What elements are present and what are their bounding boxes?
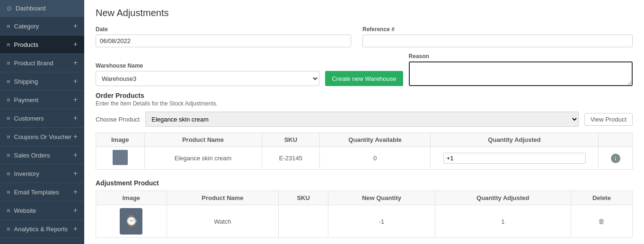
sidebar-plus-payment[interactable]: + <box>73 96 78 104</box>
sidebar-label-product-brand: Product Brand <box>14 60 53 67</box>
order-row-product-name: Elegance skin cream <box>144 147 262 170</box>
sidebar-item-sales-orders[interactable]: ≡ Sales Orders + <box>0 146 84 165</box>
sidebar-label-category: Category <box>14 23 39 30</box>
adj-row-image: ⌚ <box>96 205 167 238</box>
sidebar-label-shipping: Shipping <box>14 78 38 85</box>
adj-col-new-qty: New Quantity <box>328 191 435 205</box>
reference-label: Reference # <box>362 26 633 33</box>
view-product-button[interactable]: View Product <box>584 113 633 126</box>
col-qty-available: Quantity Available <box>320 133 431 147</box>
order-products-table: Image Product Name SKU Quantity Availabl… <box>96 132 633 170</box>
sidebar-icon-coupons: ≡ <box>7 133 10 140</box>
warehouse-name-row: Warehouse Name Warehouse3 Create new War… <box>96 53 633 86</box>
watch-thumbnail: ⌚ <box>120 208 142 235</box>
choose-product-row: Choose Product Elegance skin cream View … <box>96 112 633 127</box>
sidebar-label-dashboard: Dashboard <box>16 5 46 12</box>
warehouse-label: Warehouse Name <box>96 62 319 69</box>
date-label: Date <box>96 26 351 33</box>
sidebar-icon-analytics: ≡ <box>7 226 10 233</box>
choose-product-select[interactable]: Elegance skin cream <box>145 112 578 127</box>
sidebar-item-shipping[interactable]: ≡ Shipping + <box>0 72 84 91</box>
col-sku: SKU <box>262 133 320 147</box>
adj-col-product-name: Product Name <box>167 191 279 205</box>
sidebar-item-payment[interactable]: ≡ Payment + <box>0 91 84 109</box>
sidebar-icon-email-templates: ≡ <box>7 189 10 196</box>
sidebar-icon-payment: ≡ <box>7 96 10 104</box>
order-row-qty-available: 0 <box>320 147 431 170</box>
reference-input[interactable] <box>362 35 633 47</box>
sidebar-plus-products[interactable]: + <box>73 40 78 49</box>
order-row-image <box>96 147 145 170</box>
adj-col-qty-adjusted: Quantity Adjusted <box>435 191 571 205</box>
sidebar-item-coupons[interactable]: ≡ Coupons Or Voucher + <box>0 128 84 146</box>
sidebar-item-products[interactable]: ≡ Products + <box>0 35 84 54</box>
sidebar-icon-products: ≡ <box>7 41 10 48</box>
order-row-qty-adjusted[interactable] <box>430 147 598 170</box>
info-icon[interactable]: i <box>611 154 620 163</box>
date-group: Date <box>96 26 351 47</box>
adj-col-delete: Delete <box>571 191 632 205</box>
adj-row-product-name: Watch <box>167 205 279 238</box>
sidebar-item-analytics[interactable]: ≡ Analytics & Reports + <box>0 220 84 238</box>
date-input[interactable] <box>96 35 351 47</box>
warehouse-select[interactable]: Warehouse3 <box>96 71 319 86</box>
sidebar-item-email-templates[interactable]: ≡ Email Templates + <box>0 183 84 201</box>
create-warehouse-button[interactable]: Create new Warehouse <box>325 71 403 86</box>
sidebar-item-inventory[interactable]: ≡ Inventory + <box>0 165 84 183</box>
sidebar-label-website: Website <box>14 207 36 214</box>
adj-row-qty-adjusted: 1 <box>435 205 571 238</box>
sidebar-plus-customers[interactable]: + <box>73 114 78 122</box>
sidebar-plus-product-brand[interactable]: + <box>73 59 78 67</box>
order-row-action: i <box>599 147 633 170</box>
col-image: Image <box>96 133 145 147</box>
reason-input[interactable] <box>409 61 633 86</box>
sidebar-plus-category[interactable]: + <box>73 22 78 30</box>
qty-adjusted-input[interactable] <box>443 153 586 164</box>
adj-row-new-qty: -1 <box>328 205 435 238</box>
sidebar-icon-shipping: ≡ <box>7 78 10 85</box>
reference-group: Reference # <box>362 26 633 47</box>
sidebar-plus-website[interactable]: + <box>73 206 78 215</box>
sidebar-item-customers[interactable]: ≡ Customers + <box>0 109 84 128</box>
sidebar-plus-coupons[interactable]: + <box>73 132 78 141</box>
adjustment-table-row: ⌚ Watch -1 1 🗑 <box>96 205 633 238</box>
sidebar-icon-customers: ≡ <box>7 115 10 122</box>
sidebar-icon-category: ≡ <box>7 23 10 30</box>
sidebar-item-dashboard[interactable]: ⊙ Dashboard <box>0 0 84 17</box>
order-products-sub: Enter the Item Details for the Stock Adj… <box>96 100 633 107</box>
sidebar-icon-sales-orders: ≡ <box>7 152 10 159</box>
sidebar-plus-sales-orders[interactable]: + <box>73 151 78 159</box>
choose-product-label: Choose Product <box>96 116 140 123</box>
sidebar-label-products: Products <box>14 41 38 48</box>
col-action <box>599 133 633 147</box>
order-table-row: Elegance skin cream E-23145 0 i <box>96 147 633 170</box>
product-thumbnail <box>113 150 128 165</box>
col-qty-adjusted: Quantity Adjusted <box>430 133 598 147</box>
adj-col-sku: SKU <box>279 191 328 205</box>
delete-icon[interactable]: 🗑 <box>598 218 605 225</box>
sidebar-plus-email-templates[interactable]: + <box>73 188 78 196</box>
sidebar-item-product-brand[interactable]: ≡ Product Brand + <box>0 54 84 72</box>
adjustment-section: Adjustment Product Image Product Name SK… <box>96 179 633 238</box>
adj-col-image: Image <box>96 191 167 205</box>
sidebar-icon-website: ≡ <box>7 207 10 214</box>
sidebar-plus-shipping[interactable]: + <box>73 77 78 86</box>
sidebar: ⊙ Dashboard ≡ Category + ≡ Products + ≡ … <box>0 0 84 244</box>
order-products-section: Order Products Enter the Item Details fo… <box>96 92 633 170</box>
page-title: New Adjustments <box>96 8 633 18</box>
sidebar-plus-analytics[interactable]: + <box>73 225 78 233</box>
sidebar-label-email-templates: Email Templates <box>14 189 59 196</box>
sidebar-item-category[interactable]: ≡ Category + <box>0 17 84 35</box>
sidebar-icon-dashboard: ⊙ <box>7 5 12 12</box>
sidebar-label-coupons: Coupons Or Voucher <box>14 133 71 140</box>
sidebar-label-payment: Payment <box>14 96 38 104</box>
col-product-name: Product Name <box>144 133 262 147</box>
adj-row-delete[interactable]: 🗑 <box>571 205 632 238</box>
sidebar-label-sales-orders: Sales Orders <box>14 152 50 159</box>
sidebar-label-inventory: Inventory <box>14 170 39 177</box>
adj-row-sku <box>279 205 328 238</box>
sidebar-item-website[interactable]: ≡ Website + <box>0 201 84 220</box>
adjustment-table: Image Product Name SKU New Quantity Quan… <box>96 191 633 238</box>
sidebar-plus-inventory[interactable]: + <box>73 169 78 178</box>
reason-label: Reason <box>409 53 633 60</box>
